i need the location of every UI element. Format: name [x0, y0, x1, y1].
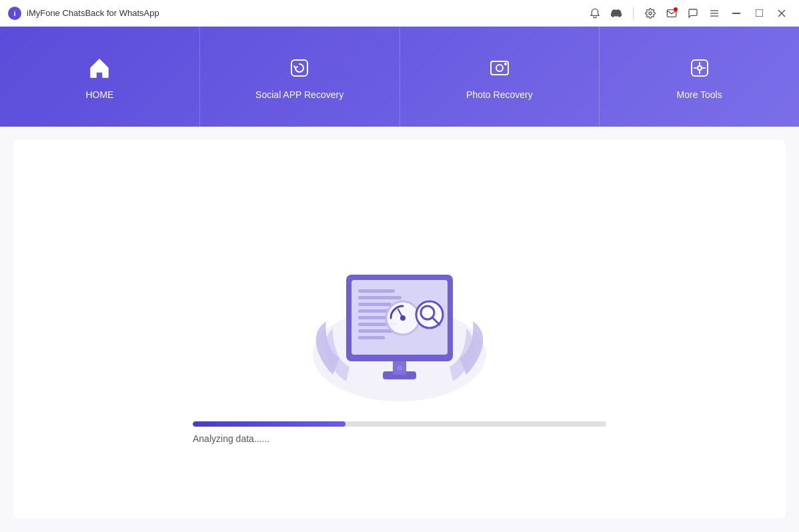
svg-rect-5: [756, 9, 763, 17]
nav-item-social-app-recovery[interactable]: Social APP Recovery: [200, 27, 400, 127]
titlebar: i iMyFone ChatsBack for WhatsApp: [0, 0, 799, 27]
titlebar-left: i iMyFone ChatsBack for WhatsApp: [8, 7, 159, 20]
progress-section: Analyzing data......: [193, 421, 606, 444]
settings-icon[interactable]: [643, 6, 658, 21]
nav-item-more-tools[interactable]: More Tools: [600, 27, 799, 127]
titlebar-right: [588, 4, 791, 23]
progress-bar-track: [193, 421, 606, 427]
minimize-button[interactable]: [727, 4, 746, 23]
svg-rect-8: [291, 60, 307, 76]
mail-notification-dot: [674, 7, 678, 11]
svg-point-10: [496, 65, 503, 71]
analyzing-illustration: [259, 215, 540, 401]
svg-rect-25: [358, 329, 393, 333]
illustration: [259, 215, 540, 401]
progress-bar-fill: [193, 421, 345, 427]
mail-icon[interactable]: [664, 6, 679, 21]
divider: [633, 7, 634, 19]
home-icon: [85, 53, 114, 83]
titlebar-icons: [588, 6, 722, 21]
photo-recovery-icon: [485, 53, 514, 83]
app-logo: i: [8, 7, 21, 20]
chat-icon[interactable]: [686, 6, 700, 21]
ghost-icon[interactable]: [588, 6, 602, 21]
window-controls: [727, 4, 791, 23]
logo-text: i: [13, 9, 15, 17]
svg-rect-21: [358, 303, 391, 306]
discord-icon[interactable]: [609, 6, 624, 21]
nav-label-social-app-recovery: Social APP Recovery: [255, 89, 343, 100]
svg-rect-19: [358, 289, 395, 293]
nav-label-photo-recovery: Photo Recovery: [466, 89, 533, 100]
svg-point-35: [397, 365, 402, 371]
svg-point-11: [504, 63, 507, 65]
app-title: iMyFone ChatsBack for WhatsApp: [27, 8, 159, 18]
close-button[interactable]: [772, 4, 791, 23]
menu-icon[interactable]: [707, 6, 722, 21]
content-card: Analyzing data......: [13, 140, 786, 519]
social-app-recovery-icon: [285, 53, 314, 83]
maximize-button[interactable]: [750, 4, 768, 23]
nav-item-home[interactable]: HOME: [0, 27, 200, 127]
svg-point-13: [698, 66, 702, 70]
svg-rect-20: [358, 296, 402, 299]
more-tools-icon: [685, 53, 714, 83]
nav-item-photo-recovery[interactable]: Photo Recovery: [400, 27, 600, 127]
svg-rect-23: [358, 316, 388, 319]
progress-status-text: Analyzing data......: [193, 433, 606, 444]
svg-rect-4: [732, 13, 740, 14]
navbar: HOME Social APP Recovery Photo Recovery: [0, 27, 799, 127]
nav-label-home: HOME: [85, 89, 113, 100]
svg-point-0: [649, 12, 652, 15]
svg-rect-26: [358, 336, 385, 339]
main-content: Analyzing data......: [0, 127, 799, 532]
nav-label-more-tools: More Tools: [677, 89, 722, 100]
